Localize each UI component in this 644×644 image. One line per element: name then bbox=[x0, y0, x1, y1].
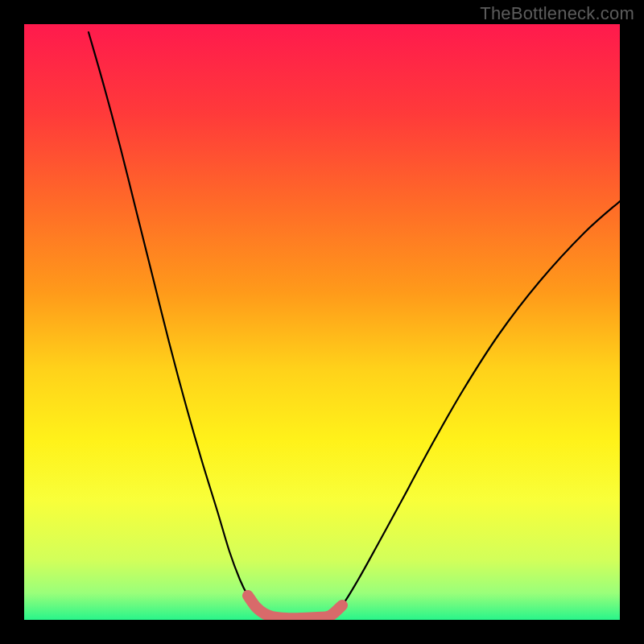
gradient-background bbox=[24, 24, 620, 620]
watermark-text: TheBottleneck.com bbox=[480, 3, 634, 24]
bottleneck-plot bbox=[24, 24, 620, 620]
plot-area bbox=[24, 24, 620, 620]
chart-frame: TheBottleneck.com bbox=[0, 0, 644, 644]
